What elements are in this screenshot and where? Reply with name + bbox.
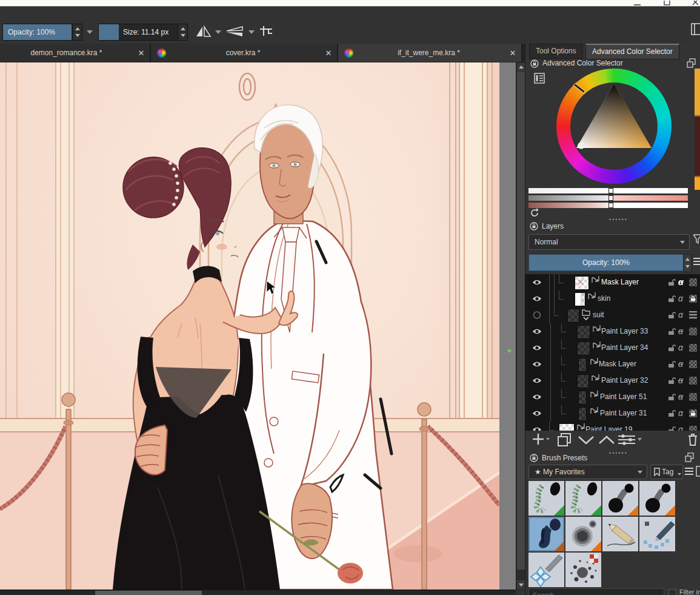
size-spinner[interactable]: [178, 24, 187, 40]
alpha-lock-swatch-icon[interactable]: [689, 328, 697, 335]
layer-menu-icon[interactable]: [693, 257, 700, 267]
layer-properties-button[interactable]: [617, 432, 642, 448]
layer-thumbnail[interactable]: [559, 423, 575, 431]
alpha-lock-swatch-icon[interactable]: [689, 295, 697, 303]
layer-thumbnail[interactable]: [577, 341, 590, 355]
alpha-inherit-icon[interactable]: α: [678, 307, 683, 323]
maximize-icon[interactable]: [663, 1, 672, 6]
delete-layer-button[interactable]: [687, 432, 699, 448]
saturation-bar[interactable]: [528, 195, 688, 201]
size-slider[interactable]: Size: 11.14 px: [98, 24, 188, 41]
visibility-eye-icon[interactable]: [532, 426, 542, 431]
scroll-down-icon[interactable]: [517, 580, 525, 589]
layer-row[interactable]: Mask Layerα: [525, 356, 700, 373]
brush-preset-splatter[interactable]: [565, 553, 601, 587]
alpha-lock-swatch-icon[interactable]: [689, 344, 697, 352]
visibility-eye-icon[interactable]: [532, 360, 542, 368]
alpha-lock-swatch-icon[interactable]: [689, 377, 697, 385]
layer-name[interactable]: Paint Layer 51: [600, 389, 647, 405]
layer-thumbnail[interactable]: [567, 309, 579, 323]
filter-funnel-icon[interactable]: [693, 234, 700, 244]
vertical-scroll-thumb[interactable]: [517, 72, 525, 570]
layer-row[interactable]: Paint Layer 33α: [525, 323, 700, 340]
layer-name[interactable]: skin: [598, 291, 610, 307]
mirror-horizontal-icon[interactable]: [195, 25, 212, 38]
visibility-eye-icon[interactable]: [532, 278, 542, 286]
mirror-vertical-icon[interactable]: [225, 25, 245, 38]
group-folder-icon[interactable]: [582, 308, 590, 320]
opacity-slider[interactable]: Opacity: 100%: [2, 24, 82, 41]
alpha-inherit-icon[interactable]: α: [678, 372, 683, 389]
layer-row[interactable]: Paint Layer 31α: [525, 405, 700, 422]
tab-close-icon[interactable]: ✕: [504, 49, 521, 58]
layer-row[interactable]: Paint Layer 32α: [525, 372, 700, 389]
brush-preset-ink[interactable]: [639, 481, 675, 516]
layer-name[interactable]: Paint Layer 19: [585, 422, 632, 431]
alpha-lock-swatch-icon[interactable]: [689, 360, 697, 368]
hue-shade-handle[interactable]: [608, 203, 613, 208]
brush-preset-blur[interactable]: [565, 517, 601, 551]
brush-preset-moss[interactable]: [565, 481, 601, 516]
float-docker-icon[interactable]: [687, 58, 696, 68]
visibility-eye-icon[interactable]: [532, 393, 542, 401]
tag-button[interactable]: Tag: [650, 465, 683, 479]
lightness-bar[interactable]: [528, 188, 688, 193]
presets-view-icon[interactable]: [696, 466, 700, 477]
brush-preset-bluepen[interactable]: [639, 517, 675, 551]
visibility-eye-icon[interactable]: [532, 377, 542, 385]
alpha-inherit-icon[interactable]: α: [678, 389, 683, 405]
lightness-handle[interactable]: [608, 188, 613, 193]
duplicate-layer-button[interactable]: [556, 432, 572, 448]
visibility-eye-icon[interactable]: [532, 295, 542, 303]
layer-thumbnail[interactable]: [577, 374, 589, 388]
layer-name[interactable]: suit: [593, 307, 604, 323]
horizontal-scroll-thumb[interactable]: [95, 591, 202, 595]
lock-docker-icon[interactable]: [530, 222, 538, 230]
brush-preset-flowerpen[interactable]: [528, 553, 564, 587]
move-layer-up-button[interactable]: [598, 432, 616, 448]
alpha-inherit-icon[interactable]: α: [678, 274, 684, 291]
tab-tool-options[interactable]: Tool Options: [529, 44, 583, 59]
layer-lock-icon[interactable]: [668, 426, 676, 431]
alpha-inherit-icon[interactable]: α: [678, 405, 683, 422]
float-docker-icon[interactable]: [685, 452, 695, 462]
layer-row[interactable]: Paint Layer 34α: [525, 340, 700, 357]
layer-opacity-spinner[interactable]: [683, 254, 692, 272]
layer-row[interactable]: Paint Layer 19α: [525, 422, 700, 431]
alpha-lock-swatch-icon[interactable]: [689, 426, 697, 431]
tab-if-it-were-me[interactable]: if_it_were_me.kra * ✕: [338, 44, 522, 62]
canvas[interactable]: [0, 62, 499, 590]
layer-row[interactable]: Paint Layer 51α: [525, 389, 700, 406]
recent-colors-strip[interactable]: [695, 69, 700, 190]
brush-preset-ink[interactable]: [602, 481, 638, 516]
alpha-inherit-icon[interactable]: α: [678, 291, 683, 307]
splitter-handle[interactable]: ••••••: [609, 218, 628, 221]
alpha-inherit-icon[interactable]: α: [678, 323, 683, 340]
move-layer-down-button[interactable]: [577, 432, 595, 448]
alpha-inherit-icon[interactable]: α: [678, 422, 683, 431]
tab-close-icon[interactable]: ✕: [133, 49, 150, 58]
brush-search-box[interactable]: [528, 588, 664, 595]
alpha-inherit-icon[interactable]: α: [678, 340, 683, 356]
visibility-eye-icon[interactable]: [532, 311, 542, 319]
layer-name[interactable]: Paint Layer 34: [601, 340, 648, 356]
layer-thumbnail[interactable]: [575, 292, 585, 306]
alpha-lock-swatch-icon[interactable]: [689, 278, 697, 286]
alpha-lock-swatch-icon[interactable]: [689, 409, 697, 417]
tag-filter-dropdown[interactable]: ★ My Favorites: [528, 465, 647, 479]
tab-demon-romance[interactable]: demon_romance.kra * ✕: [0, 44, 151, 62]
layer-row[interactable]: suitα: [525, 307, 700, 324]
selector-settings-icon[interactable]: [534, 73, 545, 84]
tab-close-icon[interactable]: ✕: [320, 49, 337, 58]
alpha-lock-swatch-icon[interactable]: [689, 311, 697, 319]
mirror-vertical-dropdown-icon[interactable]: [248, 30, 255, 34]
layer-thumbnail[interactable]: [578, 358, 587, 372]
layer-name[interactable]: Paint Layer 32: [601, 372, 648, 389]
layer-opacity-slider[interactable]: Opacity: 100%: [528, 254, 684, 271]
opacity-dropdown-icon[interactable]: [87, 30, 93, 34]
brush-preset-moss[interactable]: [528, 481, 564, 516]
canvas-horizontal-scrollbar[interactable]: [0, 590, 516, 595]
lock-docker-icon[interactable]: [530, 59, 539, 68]
layer-thumbnail[interactable]: [578, 407, 587, 421]
lock-docker-icon[interactable]: [530, 454, 538, 462]
